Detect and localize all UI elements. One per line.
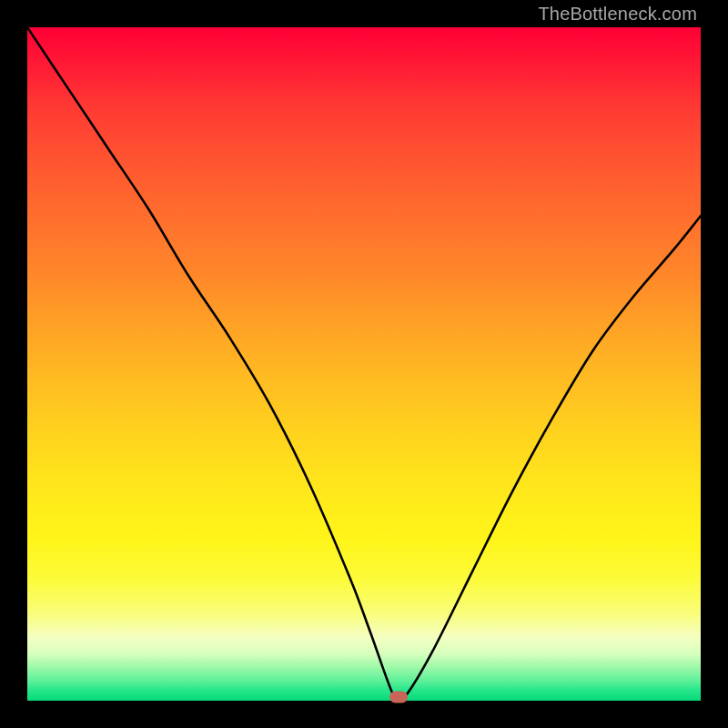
chart-frame: TheBottleneck.com [0,0,728,728]
plot-area [27,27,701,701]
bottleneck-curve [27,27,701,701]
watermark-text: TheBottleneck.com [538,4,697,25]
curve-svg [27,27,701,701]
minimum-marker [389,692,408,703]
